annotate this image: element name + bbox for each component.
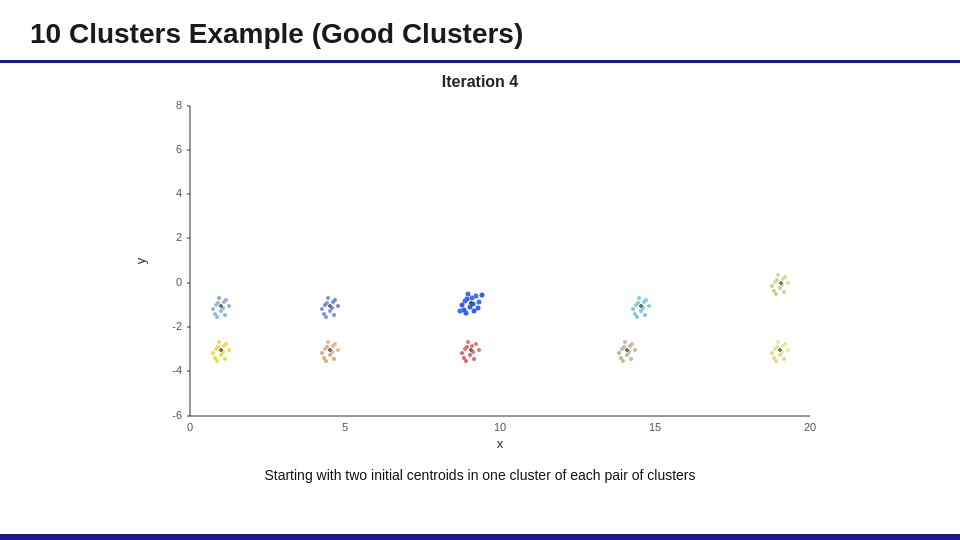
y-tick-6: 6 <box>176 143 182 155</box>
svg-point-115 <box>629 357 633 361</box>
title-bar: 10 Clusters Example (Good Clusters) <box>0 0 960 63</box>
y-tick-8: 8 <box>176 99 182 111</box>
svg-point-29 <box>326 296 330 300</box>
svg-point-31 <box>336 304 340 308</box>
chart-svg: 8 6 4 2 0 -2 <box>130 96 830 456</box>
svg-point-33 <box>331 300 335 304</box>
x-tick-15: 15 <box>649 421 661 433</box>
svg-point-40 <box>472 309 477 314</box>
svg-point-44 <box>464 311 469 316</box>
svg-point-83 <box>215 359 219 363</box>
svg-point-47 <box>458 309 463 314</box>
caption: Starting with two initial centroids in o… <box>264 467 695 483</box>
y-tick-n4: -4 <box>172 364 182 376</box>
cluster-6 <box>211 340 231 363</box>
cluster-5 <box>770 273 790 296</box>
svg-point-43 <box>477 300 482 305</box>
svg-point-78 <box>214 347 218 351</box>
cluster-2 <box>320 296 340 319</box>
svg-point-93 <box>320 351 324 355</box>
svg-point-42 <box>460 303 465 308</box>
svg-point-65 <box>778 286 782 290</box>
y-axis-label: y <box>133 257 148 264</box>
svg-point-103 <box>472 357 476 361</box>
svg-point-60 <box>642 300 646 304</box>
y-tick-0: 0 <box>176 276 182 288</box>
svg-point-130 <box>786 348 790 352</box>
svg-point-66 <box>773 280 777 284</box>
svg-point-27 <box>323 303 327 307</box>
chart-title: Iteration 4 <box>130 73 830 91</box>
cluster-9 <box>617 340 637 363</box>
cluster-3 <box>458 292 485 316</box>
svg-point-90 <box>323 347 327 351</box>
svg-point-45 <box>470 296 475 301</box>
svg-point-15 <box>214 303 218 307</box>
svg-point-77 <box>219 353 223 357</box>
svg-point-54 <box>634 303 638 307</box>
svg-point-82 <box>227 348 231 352</box>
svg-point-32 <box>324 315 328 319</box>
svg-point-72 <box>781 277 785 281</box>
y-tick-n2: -2 <box>172 320 182 332</box>
cluster-10 <box>770 340 790 363</box>
svg-point-114 <box>620 347 624 351</box>
svg-point-125 <box>778 353 782 357</box>
svg-point-59 <box>635 315 639 319</box>
svg-point-46 <box>476 306 481 311</box>
svg-point-94 <box>336 348 340 352</box>
content-area: Iteration 4 8 <box>0 63 960 534</box>
x-axis-label: x <box>497 436 504 451</box>
svg-point-129 <box>770 351 774 355</box>
svg-point-116 <box>623 340 627 344</box>
svg-point-56 <box>637 296 641 300</box>
svg-point-48 <box>480 293 485 298</box>
chart-container: Iteration 4 8 <box>130 73 830 463</box>
svg-point-30 <box>320 307 324 311</box>
svg-point-92 <box>326 340 330 344</box>
svg-point-118 <box>633 348 637 352</box>
svg-point-18 <box>211 307 215 311</box>
svg-point-71 <box>774 292 778 296</box>
svg-point-20 <box>215 315 219 319</box>
svg-point-113 <box>625 353 629 357</box>
y-tick-n6: -6 <box>172 409 182 421</box>
svg-point-57 <box>631 307 635 311</box>
x-tick-5: 5 <box>342 421 348 433</box>
svg-point-81 <box>211 351 215 355</box>
svg-point-58 <box>647 304 651 308</box>
svg-point-41 <box>466 292 471 297</box>
svg-point-106 <box>477 348 481 352</box>
chart-inner: 8 6 4 2 0 -2 <box>130 96 830 456</box>
svg-point-26 <box>328 309 332 313</box>
svg-point-68 <box>776 273 780 277</box>
y-tick-2: 2 <box>176 231 182 243</box>
svg-point-100 <box>474 342 478 346</box>
svg-point-128 <box>776 340 780 344</box>
svg-point-19 <box>227 304 231 308</box>
cluster-8 <box>460 340 481 363</box>
svg-point-119 <box>621 359 625 363</box>
svg-point-95 <box>324 359 328 363</box>
svg-point-108 <box>470 344 474 348</box>
svg-point-117 <box>617 351 621 355</box>
svg-point-14 <box>219 309 223 313</box>
svg-point-126 <box>773 347 777 351</box>
svg-point-79 <box>223 357 227 361</box>
svg-point-104 <box>466 340 470 344</box>
y-tick-4: 4 <box>176 187 182 199</box>
svg-point-101 <box>468 353 472 357</box>
svg-point-89 <box>328 353 332 357</box>
svg-point-105 <box>460 351 464 355</box>
svg-point-107 <box>464 359 468 363</box>
cluster-4 <box>631 296 651 319</box>
cluster-1 <box>211 296 231 319</box>
svg-point-91 <box>332 357 336 361</box>
x-tick-20: 20 <box>804 421 816 433</box>
bottom-bar <box>0 534 960 540</box>
x-tick-0: 0 <box>187 421 193 433</box>
slide-title: 10 Clusters Example (Good Clusters) <box>30 18 523 49</box>
svg-point-21 <box>222 300 226 304</box>
x-tick-10: 10 <box>494 421 506 433</box>
svg-point-17 <box>217 296 221 300</box>
